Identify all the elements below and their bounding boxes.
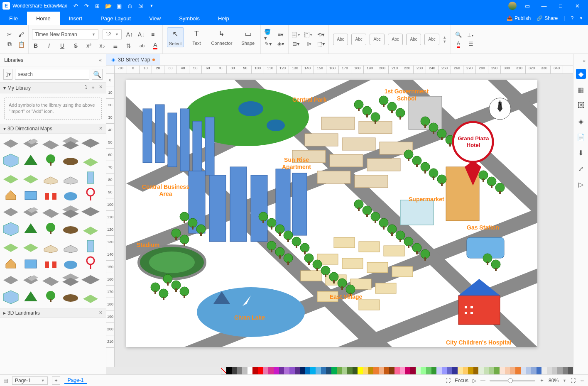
library-item[interactable] bbox=[42, 222, 60, 236]
user-avatar[interactable] bbox=[508, 2, 517, 10]
format-panel-icon[interactable]: ◆ bbox=[576, 69, 586, 79]
color-swatch[interactable] bbox=[421, 367, 426, 374]
zoom-slider[interactable] bbox=[490, 380, 535, 381]
close-section-icon[interactable]: ✕ bbox=[99, 126, 103, 131]
color-swatch[interactable] bbox=[436, 367, 442, 374]
color-swatch[interactable] bbox=[500, 367, 505, 374]
library-item[interactable] bbox=[42, 239, 60, 253]
library-item[interactable] bbox=[81, 136, 100, 150]
align-shapes-icon[interactable]: ⊟▾ bbox=[292, 41, 300, 47]
color-swatch[interactable] bbox=[510, 367, 515, 374]
bold-icon[interactable]: B bbox=[32, 42, 39, 49]
color-swatch[interactable] bbox=[237, 367, 242, 374]
export-panel-icon[interactable]: ⬇ bbox=[576, 148, 586, 158]
library-item[interactable] bbox=[81, 290, 100, 304]
group-icon[interactable]: ⿳▾ bbox=[292, 32, 300, 38]
color-swatch[interactable] bbox=[521, 367, 526, 374]
color-swatch[interactable] bbox=[379, 367, 384, 374]
color-swatch[interactable] bbox=[300, 367, 305, 374]
color-swatch[interactable] bbox=[363, 367, 368, 374]
color-swatch[interactable] bbox=[478, 367, 484, 374]
tab-help[interactable]: Help bbox=[209, 12, 238, 25]
library-item[interactable] bbox=[2, 170, 20, 184]
bullets-icon[interactable]: ≣ bbox=[112, 42, 119, 49]
zoom-menu-icon[interactable]: ▼ bbox=[563, 379, 566, 383]
layers-icon[interactable]: ☰ bbox=[467, 41, 475, 47]
library-item[interactable] bbox=[81, 239, 100, 253]
library-item[interactable] bbox=[81, 205, 100, 219]
color-swatch[interactable] bbox=[268, 367, 274, 374]
library-item[interactable] bbox=[81, 187, 100, 201]
cut-icon[interactable]: ✂ bbox=[6, 31, 13, 38]
find-icon[interactable]: 🔍 bbox=[454, 32, 463, 38]
library-item[interactable] bbox=[22, 290, 40, 304]
color-swatch[interactable] bbox=[442, 367, 447, 374]
library-item[interactable] bbox=[61, 256, 80, 270]
library-item[interactable] bbox=[22, 153, 40, 167]
color-swatch[interactable] bbox=[568, 367, 573, 374]
shape-tool[interactable]: ▭ Shape bbox=[240, 27, 256, 46]
color-swatch[interactable] bbox=[515, 367, 521, 374]
strike-icon[interactable]: S̶ bbox=[72, 42, 79, 49]
library-item[interactable] bbox=[61, 239, 80, 253]
fit-page-icon[interactable]: ⛶ bbox=[571, 378, 576, 384]
library-item[interactable] bbox=[42, 170, 60, 184]
page-tab[interactable]: Page-1 bbox=[64, 377, 87, 384]
collapse-libraries-icon[interactable]: « bbox=[99, 57, 102, 63]
color-swatch[interactable] bbox=[331, 367, 337, 374]
crop-icon[interactable]: ⟂▾ bbox=[467, 32, 475, 38]
color-swatch[interactable] bbox=[242, 367, 247, 374]
drawing-page[interactable]: N Grand Plaza Hotel Central bbox=[126, 80, 537, 347]
color-swatch[interactable] bbox=[473, 367, 479, 374]
decrease-font-icon[interactable]: A↓ bbox=[137, 31, 145, 38]
publish-button[interactable]: 📤 Publish bbox=[507, 15, 531, 21]
rotate-icon[interactable]: ⟲▾ bbox=[317, 32, 325, 38]
share-button[interactable]: 🔗 Share bbox=[537, 15, 558, 21]
increase-font-icon[interactable]: A↑ bbox=[126, 31, 133, 38]
format-painter-icon[interactable]: 🖌 bbox=[17, 31, 25, 38]
close-section-icon[interactable]: ✕ bbox=[99, 84, 103, 91]
document-tab[interactable]: ◈ 3D Street Map bbox=[106, 54, 160, 65]
fullscreen-icon[interactable]: ⤢ bbox=[576, 164, 586, 173]
color-swatch[interactable] bbox=[337, 367, 342, 374]
underline-icon[interactable]: U bbox=[59, 42, 66, 49]
color-swatch[interactable] bbox=[394, 367, 400, 374]
qat-more-icon[interactable]: ▼ bbox=[149, 3, 154, 9]
library-item[interactable] bbox=[2, 239, 20, 253]
layers-panel-icon[interactable]: ◈ bbox=[576, 116, 586, 126]
color-swatch[interactable] bbox=[258, 367, 263, 374]
color-swatch[interactable] bbox=[353, 367, 358, 374]
color-swatch[interactable] bbox=[447, 367, 453, 374]
help-icon[interactable]: ? bbox=[571, 15, 573, 21]
zoom-out-icon[interactable]: — bbox=[480, 378, 485, 384]
color-swatch[interactable] bbox=[226, 367, 232, 374]
italic-icon[interactable]: I bbox=[45, 42, 53, 49]
fit-width-icon[interactable]: ↔ bbox=[580, 378, 585, 384]
drawing-stage[interactable]: N Grand Plaza Hotel Central bbox=[115, 74, 573, 367]
collapse-right-icon[interactable]: » bbox=[583, 58, 586, 63]
color-swatch[interactable] bbox=[505, 367, 510, 374]
library-search-input[interactable] bbox=[15, 69, 89, 80]
library-item[interactable] bbox=[22, 239, 40, 253]
library-item[interactable] bbox=[42, 187, 60, 201]
color-swatch[interactable] bbox=[452, 367, 458, 374]
library-item[interactable] bbox=[2, 222, 20, 236]
library-item[interactable] bbox=[42, 273, 60, 287]
color-swatch[interactable] bbox=[541, 367, 547, 374]
notifications-icon[interactable]: ▼ bbox=[579, 16, 583, 20]
ribbon-toggle-icon[interactable]: ▭ bbox=[519, 0, 536, 12]
color-swatch[interactable] bbox=[552, 367, 558, 374]
close-button[interactable]: ✕ bbox=[569, 0, 586, 12]
library-item[interactable] bbox=[2, 153, 20, 167]
library-item[interactable] bbox=[81, 170, 100, 184]
library-item[interactable] bbox=[2, 256, 20, 270]
library-item[interactable] bbox=[61, 290, 80, 304]
tab-symbols[interactable]: Symbols bbox=[170, 12, 209, 25]
color-swatch[interactable] bbox=[400, 367, 405, 374]
select-tool[interactable]: ↖ Select bbox=[167, 27, 184, 47]
tab-file[interactable]: File bbox=[0, 12, 27, 25]
library-item[interactable] bbox=[81, 153, 100, 167]
add-page-button[interactable]: ＋ bbox=[52, 376, 60, 385]
color-swatch[interactable] bbox=[410, 367, 416, 374]
style-gallery-more[interactable]: ▲▼ bbox=[443, 35, 446, 44]
